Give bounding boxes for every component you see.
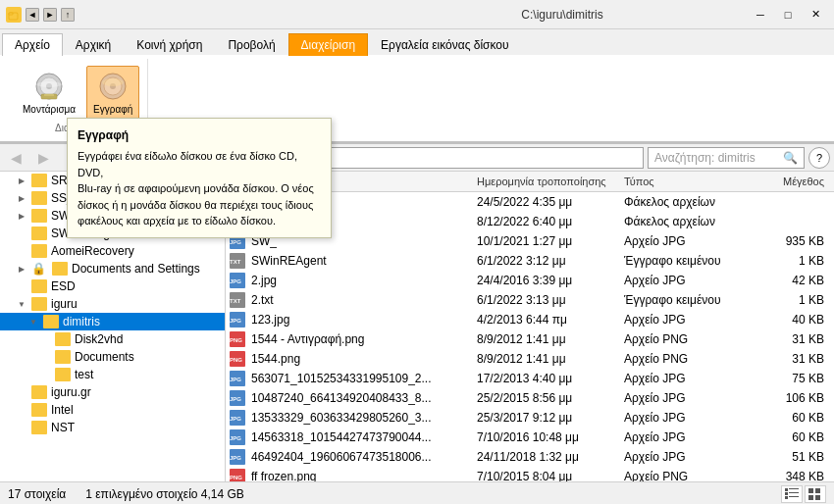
folder-icon <box>55 332 71 346</box>
close-btn[interactable]: ✕ <box>803 5 828 25</box>
col-header-type[interactable]: Τύπος <box>618 174 746 189</box>
file-size <box>746 200 834 204</box>
file-date: 24/11/2018 1:32 μμ <box>471 448 618 466</box>
file-type: Αρχείο JPG <box>618 428 746 446</box>
sidebar-item-docs-settings[interactable]: ▶ 🔒 Documents and Settings <box>0 260 225 277</box>
table-row[interactable]: PNG 1544 - Αντιγραφή.png 8/9/2012 1:41 μ… <box>226 329 834 349</box>
back-nav-btn[interactable]: ◀ <box>4 147 27 169</box>
table-row[interactable]: JPG 46492404_19606067473518006... 24/11/… <box>226 447 834 467</box>
col-header-size[interactable]: Μέγεθος <box>746 174 834 189</box>
svg-rect-25 <box>815 495 820 500</box>
search-placeholder: Αναζήτηση: dimitris <box>654 151 756 165</box>
file-type: Αρχείο JPG <box>618 232 746 250</box>
sidebar-item-dimitris[interactable]: ▼ dimitris <box>0 313 225 330</box>
minimize-btn[interactable]: ─ <box>748 5 773 25</box>
title-path: C:\iguru\dimitris <box>377 8 748 22</box>
file-icon-jpg: JPG <box>230 390 245 406</box>
sidebar-item-igurugr[interactable]: iguru.gr <box>0 383 225 401</box>
file-name: ff frozen.png <box>249 468 471 481</box>
app-icon <box>6 7 22 23</box>
file-type: Αρχείο PNG <box>618 330 746 348</box>
svg-rect-22 <box>808 488 813 493</box>
sidebar-item-intel[interactable]: Intel <box>0 401 225 419</box>
table-row[interactable]: TXT 2.txt 6/1/2022 3:13 μμ Έγγραφο κειμέ… <box>226 290 834 310</box>
file-size: 1 KB <box>746 252 834 270</box>
sidebar-item-disk2vhd[interactable]: Disk2vhd <box>0 330 225 348</box>
file-size: 75 KB <box>746 370 834 387</box>
file-date: 7/10/2016 10:48 μμ <box>471 428 618 446</box>
folder-icon <box>43 315 59 328</box>
file-date: 25/2/2015 8:56 μμ <box>471 389 618 407</box>
up-btn[interactable]: ↑ <box>61 8 75 22</box>
view-details-btn[interactable] <box>781 485 803 503</box>
ribbon-buttons: Μοντάρισμα Εγγραφή <box>16 59 139 123</box>
folder-icon <box>31 244 47 258</box>
sidebar-item-test[interactable]: test <box>0 366 225 383</box>
file-size: 31 KB <box>746 350 834 368</box>
file-name: 123.jpg <box>249 311 471 328</box>
file-type: Αρχείο JPG <box>618 272 746 289</box>
file-date: 25/3/2017 9:12 μμ <box>471 409 618 427</box>
tab-provolh[interactable]: Προβολή <box>215 33 287 56</box>
svg-point-11 <box>102 78 124 86</box>
file-size: 51 KB <box>746 448 834 466</box>
file-size: 348 KB <box>746 468 834 481</box>
tooltip-title: Εγγραφή <box>78 126 321 144</box>
folder-icon <box>55 350 71 364</box>
file-icon-jpg: JPG <box>230 312 245 328</box>
forward-nav-btn[interactable]: ▶ <box>31 147 55 169</box>
svg-point-5 <box>36 81 62 87</box>
help-btn[interactable]: ? <box>808 147 830 169</box>
tooltip-line1: Εγγράφει ένα είδωλο δίσκου σε ένα δίσκο … <box>78 148 321 180</box>
burn-icon <box>97 71 129 102</box>
table-row[interactable]: JPG 14563318_10154427473790044... 7/10/2… <box>226 428 834 447</box>
tab-arxeio[interactable]: Αρχείο <box>2 33 63 56</box>
forward-btn[interactable]: ► <box>43 8 57 22</box>
table-row[interactable]: JPG 123.jpg 4/2/2013 6:44 πμ Αρχείο JPG … <box>226 310 834 329</box>
table-row[interactable]: TXT SWinREAgent 6/1/2022 3:12 μμ Έγγραφο… <box>226 251 834 271</box>
tab-diaxeirisi[interactable]: Διαχείριση <box>288 33 369 56</box>
sidebar-item-esd[interactable]: ESD <box>0 277 225 295</box>
back-btn[interactable]: ◄ <box>26 8 39 22</box>
table-row[interactable]: JPG 10487240_664134920408433_8... 25/2/2… <box>226 388 834 408</box>
file-name: 46492404_19606067473518006... <box>249 448 471 466</box>
sidebar-item-iguru[interactable]: ▼ iguru <box>0 295 225 313</box>
ribbon-tabs: Αρχείο Αρχική Κοινή χρήση Προβολή Διαχεί… <box>0 29 834 55</box>
col-header-date[interactable]: Ημερομηνία τροποποίησης <box>471 174 618 189</box>
folder-icon <box>31 297 47 311</box>
table-row[interactable]: PNG ff frozen.png 7/10/2015 8:04 μμ Αρχε… <box>226 467 834 481</box>
svg-rect-16 <box>785 488 788 491</box>
file-name: 1544.png <box>249 350 471 368</box>
table-row[interactable]: JPG 563071_10152534331995109_2... 17/2/2… <box>226 369 834 388</box>
file-icon-png: PNG <box>230 331 245 347</box>
file-type: Έγγραφο κειμένου <box>618 291 746 309</box>
file-size: 31 KB <box>746 330 834 348</box>
sidebar-item-aomeirecovery[interactable]: AomeiRecovery <box>0 242 225 260</box>
file-type: Αρχείο PNG <box>618 468 746 481</box>
tab-koini[interactable]: Κοινή χρήση <box>124 33 215 56</box>
mount-button[interactable]: Μοντάρισμα <box>16 66 82 120</box>
file-name: 563071_10152534331995109_2... <box>249 370 471 387</box>
view-large-btn[interactable] <box>805 485 826 503</box>
svg-rect-19 <box>789 492 799 493</box>
sidebar-item-nst[interactable]: NST <box>0 419 225 436</box>
tab-ergaleia[interactable]: Εργαλεία εικόνας δίσκου <box>368 33 522 56</box>
tab-arxiki[interactable]: Αρχική <box>63 33 124 56</box>
file-type: Αρχείο PNG <box>618 350 746 368</box>
table-row[interactable]: JPG 2.jpg 24/4/2016 3:39 μμ Αρχείο JPG 4… <box>226 271 834 290</box>
svg-rect-23 <box>815 488 820 493</box>
maximize-btn[interactable]: □ <box>775 5 801 25</box>
file-size: 40 KB <box>746 311 834 328</box>
sidebar-item-documents[interactable]: Documents <box>0 348 225 366</box>
file-name: SWinREAgent <box>249 252 471 270</box>
file-size <box>746 220 834 224</box>
search-box[interactable]: Αναζήτηση: dimitris 🔍 <box>648 147 805 169</box>
burn-button[interactable]: Εγγραφή <box>86 66 139 120</box>
table-row[interactable]: PNG 1544.png 8/9/2012 1:41 μμ Αρχείο PNG… <box>226 349 834 369</box>
table-row[interactable]: JPG 13533329_603633429805260_3... 25/3/2… <box>226 408 834 428</box>
svg-rect-7 <box>44 94 54 96</box>
tooltip-line2: Blu-ray ή σε αφαιρούμενη μονάδα δίσκου. … <box>78 180 321 197</box>
lock-icon: 🔒 <box>31 262 46 276</box>
folder-icon <box>31 403 47 417</box>
file-icon-jpg: JPG <box>230 410 245 426</box>
